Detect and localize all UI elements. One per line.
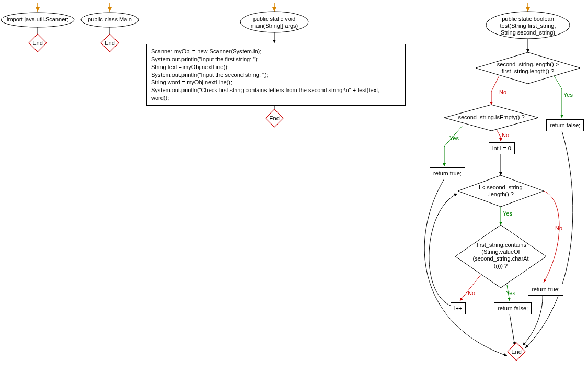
node-return-false-2: return false; [494,302,532,314]
node-class: public class Main [84,16,136,23]
edge-empty-no: No [502,132,509,138]
node-cond-loop: i < second_string .length() ? [470,184,531,198]
edge-empty-yes: Yes [449,135,459,141]
edge-len-yes: Yes [563,92,573,98]
node-return-true-2: return true; [528,284,563,296]
node-init-i: int i = 0 [489,142,515,154]
node-main-body: Scanner myObj = new Scanner(System.in); … [146,44,406,106]
node-end-2: End [105,40,115,46]
node-import: import java.util.Scanner; [4,16,71,23]
node-cond-len: second_string.length() > first_string.le… [486,61,570,75]
edge-loop-yes: Yes [503,210,512,217]
node-cond-empty: second_string.isEmpty() ? [455,114,528,121]
node-inc-i: i++ [451,302,466,314]
node-test-sig: public static boolean test(String first_… [491,16,564,37]
node-main-sig: public static void main(String[] args) [245,16,304,29]
edge-contains-yes: Yes [506,290,515,296]
node-end-1: End [32,40,43,46]
node-cond-contains: !first_string.contains (String.valueOf (… [469,242,532,269]
node-end-3: End [269,115,280,121]
edge-contains-no: No [468,290,475,296]
node-return-true-1: return true; [430,167,465,179]
node-return-false-1: return false; [546,119,584,131]
main-body-text: Scanner myObj = new Scanner(System.in); … [151,48,379,101]
edge-len-no: No [499,89,506,95]
edge-loop-no: No [555,225,562,231]
node-end-4: End [511,348,522,355]
